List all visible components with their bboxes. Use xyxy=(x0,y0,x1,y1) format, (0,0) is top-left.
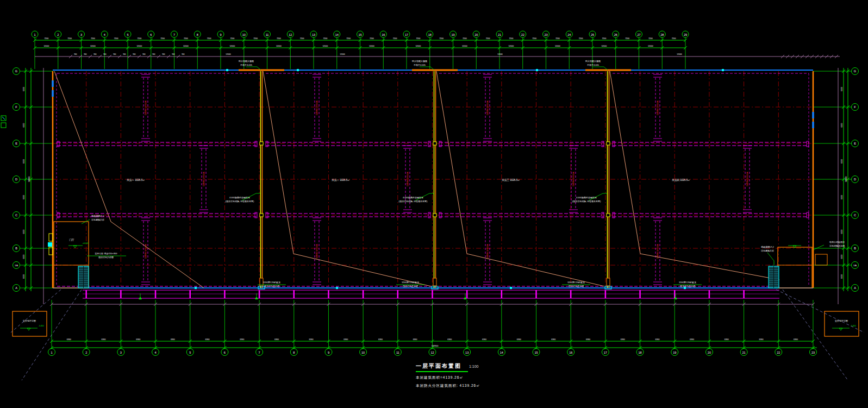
wall-section-mark xyxy=(722,69,724,71)
dim-text: 12000 xyxy=(136,45,142,47)
dim-text: 6360 xyxy=(759,338,763,341)
axis-label-bottom: 12 xyxy=(430,351,434,354)
dim-text: 960 xyxy=(93,53,97,55)
leader-line xyxy=(814,245,824,250)
axis-label-bottom: 16 xyxy=(569,351,572,354)
dim-text: 7200 xyxy=(416,37,420,40)
axis-label-bottom: 3 xyxy=(120,351,122,354)
dim-text: 39900 xyxy=(845,177,847,183)
dim-text: 12000 xyxy=(276,45,282,47)
wall-beam-joint xyxy=(260,214,263,217)
axis-label-top: 14 xyxy=(335,33,339,36)
dim-text: 12000 xyxy=(369,45,374,47)
axis-label-bottom: 15 xyxy=(534,351,538,354)
axis-label-bottom: 21 xyxy=(742,351,746,354)
dim-text: 6360 xyxy=(205,338,210,341)
room-label: 库房一 1026.5㎡ xyxy=(127,179,145,181)
leader-line xyxy=(767,253,774,265)
axis-label-top: 29 xyxy=(684,33,687,36)
corridor-note: 1200宽C20砼散水 xyxy=(567,281,585,284)
drawing-scale: 1:100 xyxy=(469,365,479,368)
axis-label-top: 10 xyxy=(242,33,246,36)
dim-text: 12000 xyxy=(601,45,607,47)
area-line-2: 本层防火分区建筑面积: 4139.26㎡ xyxy=(416,384,480,388)
axis-label-left: A xyxy=(15,286,17,290)
wall-mid-note: (做法详见结施, 沿墙通长布置) xyxy=(399,200,428,203)
dim-text: 7200 xyxy=(207,37,211,40)
dim-text: 7200 xyxy=(555,37,560,40)
wall-top-note: 防火墙耐火极限 xyxy=(585,60,601,62)
entry-label: 门厅 xyxy=(70,238,75,241)
corridor-note: 做法详见总说明 xyxy=(403,285,418,287)
axis-label-bottom: 7 xyxy=(259,351,260,354)
dim-text: 12000 xyxy=(229,45,235,47)
legend-mark xyxy=(1,123,6,128)
dim-text: 6600 xyxy=(23,159,25,164)
dim-text: 6600 xyxy=(23,230,25,234)
axis-label-top: 15 xyxy=(358,33,361,36)
wall-section-mark xyxy=(536,69,538,71)
dim-text: 6360 xyxy=(378,338,383,341)
dim-text: 960 xyxy=(133,53,136,55)
dim-text: 6600 xyxy=(841,87,843,91)
axis-label-bottom: 13 xyxy=(465,351,469,354)
dim-text: 960 xyxy=(123,53,126,55)
dim-text: 12000 xyxy=(648,45,653,47)
column-tag-red: GZ1钢柱详见结施 xyxy=(315,100,318,115)
dim-text: 12000 xyxy=(555,45,560,47)
axis-label-bottom: 5 xyxy=(189,351,191,354)
axis-label-bottom: 2 xyxy=(85,351,87,354)
axis-label-top: 27 xyxy=(637,33,640,36)
axis-label-bottom: 18 xyxy=(638,351,641,354)
dim-text: 6600 xyxy=(23,87,25,91)
dim-text: 6360 xyxy=(67,338,71,341)
corridor-note: 做法详见总说明 xyxy=(264,285,279,287)
axis-label-left: C xyxy=(15,214,17,217)
wall-section-mark xyxy=(297,69,299,71)
legend-mark xyxy=(2,117,5,120)
dim-text: 7200 xyxy=(370,37,374,40)
bay-diagonal xyxy=(436,71,604,286)
wall-mid-note: (做法详见结施, 沿墙通长布置) xyxy=(572,200,602,203)
axis-label-top: 7 xyxy=(173,33,175,36)
dim-text: 960 xyxy=(103,53,107,55)
dim-text: 12000 xyxy=(677,53,682,55)
stair-note: 做法详见大样图 xyxy=(98,256,114,259)
axis-label-top: 4 xyxy=(104,33,105,36)
wall-section-mark xyxy=(226,69,228,71)
dim-text: 960 xyxy=(113,53,116,55)
dim-text: 7200 xyxy=(346,37,351,40)
axis-label-top: 11 xyxy=(266,33,269,36)
elevation-text: ±0.000 xyxy=(83,242,89,244)
wall-beam-joint xyxy=(607,214,610,217)
axis-label-top: 19 xyxy=(451,33,454,36)
elevation-marker-icon xyxy=(73,246,77,248)
dim-text: 7200 xyxy=(44,37,48,40)
axis-label-top: 17 xyxy=(405,33,408,36)
dim-text: 6600 xyxy=(841,255,843,259)
dim-text: 6360 xyxy=(447,338,452,341)
hydrant-mark xyxy=(48,242,52,247)
detail-box xyxy=(825,311,859,336)
dim-text: 6360 xyxy=(690,338,694,341)
dim-text: 7200 xyxy=(230,37,234,40)
dim-text: 6600 xyxy=(841,230,843,234)
cad-drawing-canvas[interactable]: 1234567891011121314151617181920212223242… xyxy=(0,0,868,408)
axis-label-top: 6 xyxy=(150,33,152,36)
exterior-step-box xyxy=(815,254,827,265)
axis-label-left: B xyxy=(15,247,17,250)
axis-label-left: D xyxy=(15,178,17,181)
dim-text: 7200 xyxy=(114,37,118,40)
dim-text: 12000 xyxy=(43,45,49,47)
dim-text: 12000 xyxy=(415,45,421,47)
column-tag-red: GZ1钢柱详见结施 xyxy=(572,171,574,186)
axis-label-top: 23 xyxy=(544,33,547,36)
axis-label-top: 1 xyxy=(34,33,35,36)
dim-text: 7200 xyxy=(184,37,188,40)
dim-text: 6360 xyxy=(171,338,175,341)
wall-section-mark xyxy=(510,287,512,289)
dim-text: 7200 xyxy=(532,37,536,40)
dim-text: 6600 xyxy=(841,159,843,164)
dim-text: 7200 xyxy=(393,37,397,40)
axis-label-top: 13 xyxy=(312,33,315,36)
